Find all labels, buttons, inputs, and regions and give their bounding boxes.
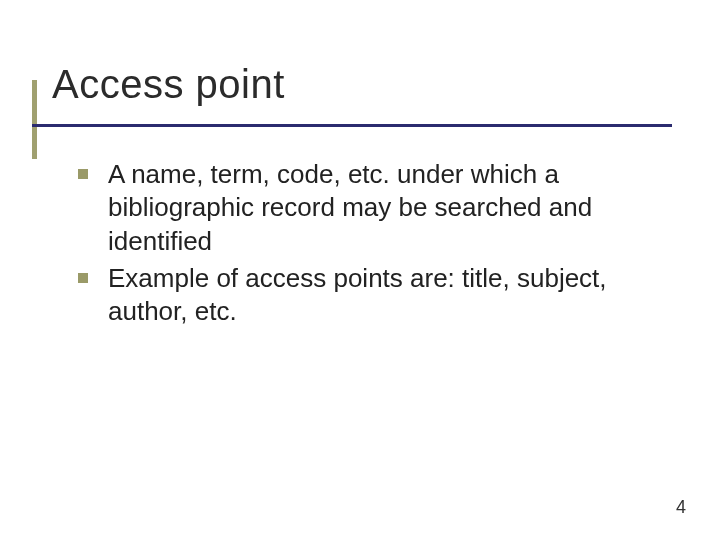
body-area: A name, term, code, etc. under which a b… bbox=[78, 158, 678, 332]
page-number: 4 bbox=[676, 497, 686, 518]
bullet-square-icon bbox=[78, 169, 88, 179]
slide-title: Access point bbox=[52, 62, 285, 106]
list-item: Example of access points are: title, sub… bbox=[78, 262, 678, 329]
title-accent-bar-short bbox=[32, 127, 37, 159]
bullet-square-icon bbox=[78, 273, 88, 283]
bullet-text: A name, term, code, etc. under which a b… bbox=[108, 158, 678, 258]
title-area: Access point bbox=[52, 62, 285, 107]
title-underline bbox=[32, 124, 672, 127]
bullet-text: Example of access points are: title, sub… bbox=[108, 262, 678, 329]
title-accent-bar bbox=[32, 80, 37, 124]
slide: Access point A name, term, code, etc. un… bbox=[0, 0, 720, 540]
list-item: A name, term, code, etc. under which a b… bbox=[78, 158, 678, 258]
